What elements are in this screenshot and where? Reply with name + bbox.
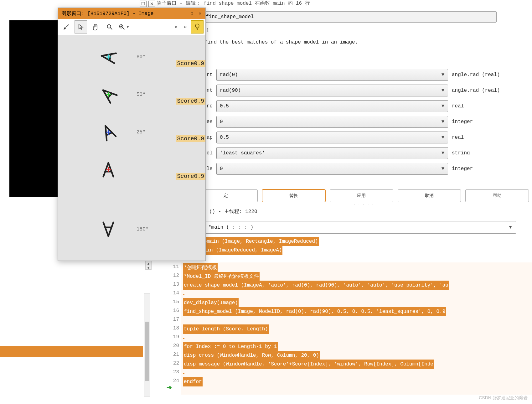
param-type: angle.rad (real) <box>452 72 500 78</box>
chevron-down-icon[interactable]: ▼ <box>439 85 447 96</box>
line-number: 23 <box>166 368 179 376</box>
left-scrollbar[interactable] <box>144 293 150 396</box>
help-button[interactable]: 帮助 <box>465 189 529 202</box>
code-line[interactable]: create_shape_model (ImageA, 'auto', rad(… <box>183 281 532 289</box>
code-text: disp_message (WindowHandle, 'Score'+Scor… <box>183 360 434 369</box>
code-text: *创建匹配模板 <box>183 263 218 272</box>
chevron-down-icon[interactable]: ▼ <box>126 25 130 29</box>
line-number: 14 <box>166 289 179 298</box>
magnify-icon[interactable] <box>103 20 116 34</box>
match-angle: 25° <box>137 129 146 135</box>
param-value-combo[interactable]: 0▼ <box>216 116 448 128</box>
line-number: 11 <box>166 262 179 271</box>
parameter-table: eStartrad(0)▼angle.rad (real)Extentrad(9… <box>192 69 529 179</box>
mini-scroll[interactable]: ▴▾ <box>145 261 152 270</box>
cancel-button[interactable]: 取消 <box>398 189 461 202</box>
code-line[interactable]: *Model_ID 最终匹配的模板文件 <box>183 272 532 281</box>
param-value-combo[interactable]: rad(0)▼ <box>216 69 448 81</box>
match-glyph <box>99 220 118 239</box>
code-text: dev_display(Image) <box>183 298 239 308</box>
hand-icon[interactable] <box>89 20 101 34</box>
line-number: 19 <box>166 333 179 341</box>
zoom-in-icon[interactable]: ▼ <box>118 20 130 34</box>
match-angle: 180° <box>137 226 148 232</box>
code-line[interactable] <box>183 289 532 298</box>
restore-icon[interactable]: ❐ <box>140 1 147 7</box>
chevron-down-icon[interactable]: ▼ <box>439 69 447 80</box>
bulb-icon[interactable] <box>191 20 204 34</box>
line-number: 18 <box>166 324 179 333</box>
ide-title: 算子窗口 - 编辑： find_shape_model 在函数 main 的 1… <box>157 0 310 7</box>
replace-button[interactable]: 替换 <box>262 189 326 202</box>
param-value: 0.5 <box>220 135 229 140</box>
more-left-icon[interactable]: » <box>172 20 180 34</box>
svg-line-14 <box>106 132 112 135</box>
splitter-handle[interactable]: · · · · · <box>354 202 374 207</box>
line-number: 20 <box>166 341 179 350</box>
param-value: rad(0) <box>220 72 238 78</box>
match-score: Score0.9 <box>176 60 205 67</box>
match-score: Score0.9 <box>176 98 205 105</box>
code-text: tuple_length (Score, Length) <box>183 324 269 334</box>
code-body[interactable]: *创建匹配模板*Model_ID 最终匹配的模板文件create_shape_m… <box>181 262 532 395</box>
param-row: Extentrad(90)▼angle.rad (real) <box>192 85 529 96</box>
close-icon[interactable]: ✕ <box>148 1 155 7</box>
code-text: disp_cross (WindowHandle, Row, Column, 2… <box>183 351 320 360</box>
match-angle: 80° <box>137 54 146 60</box>
param-value: rad(90) <box>220 88 241 93</box>
param-value-combo[interactable]: 0▼ <box>216 163 448 175</box>
code-line[interactable]: tuple_length (Score, Length) <box>183 324 532 333</box>
chevron-down-icon[interactable]: ▼ <box>439 148 447 159</box>
param-value: 0 <box>220 166 223 172</box>
procedure-combo[interactable]: ☷ *main ( : : : ) ▼ <box>204 221 516 234</box>
match-result: 80° <box>99 48 146 66</box>
param-value-combo[interactable]: 0.5▼ <box>216 132 448 143</box>
apply-button[interactable]: 应用 <box>330 189 393 202</box>
operator-combo[interactable]: find_shape_model <box>202 11 497 23</box>
graphics-window: 图形窗口: [H1519729A1F0] - Image ❐ ✕ ▼ » « 8… <box>58 8 206 261</box>
param-type: angle.rad (real) <box>452 88 500 93</box>
code-line[interactable]: for Index := 0 to Length-1 by 1 <box>183 342 532 351</box>
code-line[interactable]: endfor <box>183 377 532 386</box>
param-type: string <box>452 150 470 156</box>
code-line[interactable]: dev_display(Image) <box>183 298 532 307</box>
svg-line-22 <box>108 222 113 236</box>
chevron-down-icon[interactable]: ▼ <box>439 163 447 174</box>
restore-icon[interactable]: ❐ <box>189 10 195 17</box>
code-editor[interactable]: 1112131415161718192021222324 *创建匹配模板*Mod… <box>166 262 532 395</box>
param-value: 0.5 <box>220 103 229 109</box>
param-value: 'least_squares' <box>220 150 265 156</box>
param-value-combo[interactable]: rad(90)▼ <box>216 85 448 96</box>
code-line[interactable] <box>183 368 532 377</box>
code-text <box>183 373 184 374</box>
code-line[interactable] <box>183 316 532 324</box>
arrow-down-icon[interactable]: ▾ <box>146 266 151 270</box>
param-value: 0 <box>220 119 223 125</box>
line-number: 21 <box>166 350 179 359</box>
watermark: CSDN @罗迪尼亚的熔岩 <box>479 395 528 401</box>
param-value-combo[interactable]: 'least_squares'▼ <box>216 147 448 159</box>
code-line[interactable]: disp_cross (WindowHandle, Row, Column, 2… <box>183 351 532 360</box>
code-line[interactable]: find_shape_model (Image, ModelID, rad(0)… <box>183 307 532 316</box>
param-value-combo[interactable]: 0.5▼ <box>216 100 448 112</box>
chevron-down-icon[interactable]: ▼ <box>439 101 447 112</box>
param-row: nScore0.5▼real <box>192 100 529 112</box>
code-line[interactable]: disp_message (WindowHandle, 'Score'+Scor… <box>183 360 532 368</box>
graphics-title: 图形窗口: [H1519729A1F0] - Image <box>61 10 153 17</box>
graphics-title-bar[interactable]: 图形窗口: [H1519729A1F0] - Image ❐ ✕ <box>58 8 205 19</box>
code-line-head-2: domain (ImageReduced, ImageA) <box>194 246 282 255</box>
chevron-down-icon[interactable]: ▼ <box>439 116 447 127</box>
arrow-up-icon[interactable]: ▴ <box>146 261 151 266</box>
brush-icon[interactable] <box>60 20 73 34</box>
chevron-down-icon[interactable]: ▼ <box>507 225 514 230</box>
code-line[interactable] <box>183 333 532 342</box>
chevron-down-icon[interactable]: ▼ <box>439 132 447 143</box>
scroll-thumb[interactable] <box>145 322 149 381</box>
more-right-icon[interactable]: « <box>182 20 189 34</box>
cursor-icon[interactable] <box>75 20 87 34</box>
graphics-canvas[interactable]: 80°Score0.950°Score0.925°Score0.9Score0.… <box>58 35 205 261</box>
match-glyph <box>99 123 118 142</box>
close-icon[interactable]: ✕ <box>197 10 204 17</box>
code-line[interactable]: *创建匹配模板 <box>183 263 532 272</box>
param-type: integer <box>452 166 473 172</box>
